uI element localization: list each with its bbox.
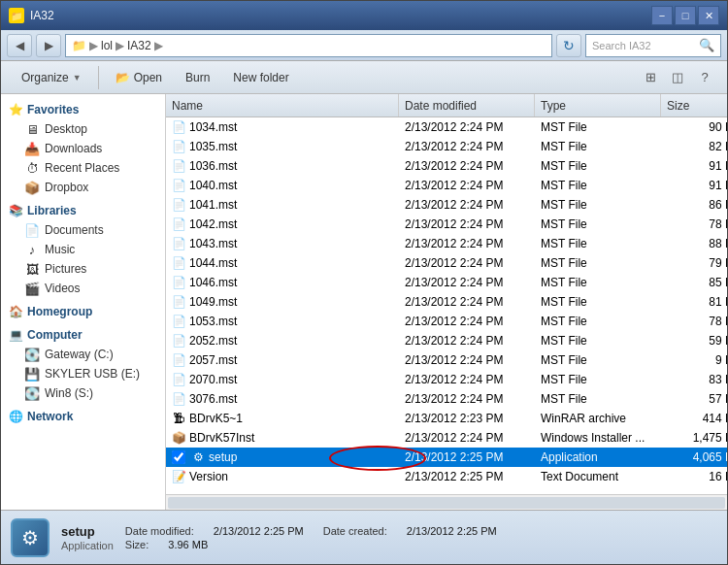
file-row-wrapper: 📝Version2/13/2012 2:25 PMText Document16… <box>166 467 727 486</box>
sidebar-item-documents[interactable]: 📄 Documents <box>1 220 165 240</box>
search-icon[interactable]: 🔍 <box>699 38 714 52</box>
file-row-wrapper: 📄1043.mst2/13/2012 2:24 PMMST File88 K <box>166 234 727 253</box>
file-type-cell: MST File <box>535 353 661 367</box>
table-row[interactable]: 📝Version2/13/2012 2:25 PMText Document16… <box>166 467 727 486</box>
table-row[interactable]: 📄1040.mst2/13/2012 2:24 PMMST File91 K <box>166 176 727 195</box>
file-type-cell: Windows Installer ... <box>535 431 661 445</box>
refresh-button[interactable]: ↻ <box>556 34 581 57</box>
file-type-cell: MST File <box>535 179 661 192</box>
dropbox-label: Dropbox <box>45 181 88 194</box>
col-name[interactable]: Name <box>166 94 399 116</box>
sidebar-item-win8[interactable]: 💽 Win8 (S:) <box>1 383 165 403</box>
network-header[interactable]: 🌐 Network <box>1 407 165 426</box>
file-size-cell: 16 K <box>661 470 727 483</box>
h-scroll-thumb[interactable] <box>168 497 725 509</box>
sidebar-item-dropbox[interactable]: 📦 Dropbox <box>1 178 165 197</box>
table-row[interactable]: 📄1041.mst2/13/2012 2:24 PMMST File86 K <box>166 195 727 215</box>
file-size-cell: 83 K <box>661 373 727 386</box>
file-size-cell: 86 K <box>661 198 727 212</box>
music-label: Music <box>45 243 75 256</box>
size-label: Size: <box>125 539 149 550</box>
table-row[interactable]: ⚙setup2/13/2012 2:25 PMApplication4,065 … <box>166 448 727 467</box>
file-name: 1041.mst <box>189 198 237 212</box>
sidebar-item-music[interactable]: ♪ Music <box>1 240 165 259</box>
horizontal-scrollbar[interactable] <box>166 494 727 510</box>
minimize-button[interactable]: − <box>651 6 673 25</box>
file-name-cell: 📄1053.mst <box>166 315 399 328</box>
table-row[interactable]: 📄1044.mst2/13/2012 2:24 PMMST File79 K <box>166 253 727 273</box>
sidebar-item-recent-places[interactable]: ⏱ Recent Places <box>1 158 165 178</box>
sidebar-item-videos[interactable]: 🎬 Videos <box>1 279 165 298</box>
usb-label: SKYLER USB (E:) <box>45 367 140 381</box>
table-row[interactable]: 📄1036.mst2/13/2012 2:24 PMMST File91 K <box>166 156 727 176</box>
title-bar: 📁 IA32 − □ ✕ <box>1 1 727 30</box>
libraries-header[interactable]: 📚 Libraries <box>1 201 165 220</box>
table-row[interactable]: 📄1053.mst2/13/2012 2:24 PMMST File78 K <box>166 312 727 331</box>
maximize-button[interactable]: □ <box>675 6 696 25</box>
table-row[interactable]: 📄1035.mst2/13/2012 2:24 PMMST File82 K <box>166 137 727 156</box>
sidebar-item-usb[interactable]: 💾 SKYLER USB (E:) <box>1 364 165 383</box>
table-row[interactable]: 📄2057.mst2/13/2012 2:24 PMMST File9 K <box>166 350 727 370</box>
file-name-cell: 📄1034.mst <box>166 120 399 134</box>
computer-header[interactable]: 💻 Computer <box>1 325 165 345</box>
table-row[interactable]: 📄1049.mst2/13/2012 2:24 PMMST File81 K <box>166 292 727 312</box>
status-filename: setup <box>61 524 114 539</box>
file-name: 1042.mst <box>189 217 237 231</box>
file-name: 2057.mst <box>189 353 237 367</box>
libraries-icon: 📚 <box>9 204 23 217</box>
sidebar-item-pictures[interactable]: 🖼 Pictures <box>1 259 165 279</box>
sidebar-item-downloads[interactable]: 📥 Downloads <box>1 139 165 158</box>
dropbox-icon: 📦 <box>24 180 40 195</box>
back-button[interactable]: ◀ <box>7 34 32 57</box>
downloads-icon: 📥 <box>24 141 40 156</box>
file-type-cell: Text Document <box>535 470 661 483</box>
file-size-cell: 78 K <box>661 217 727 231</box>
main-area: ⭐ Favorites 🖥 Desktop 📥 Downloads ⏱ Rece… <box>1 94 727 510</box>
burn-button[interactable]: Burn <box>175 64 220 91</box>
table-row[interactable]: 📄2052.mst2/13/2012 2:24 PMMST File59 K <box>166 331 727 350</box>
close-button[interactable]: ✕ <box>698 6 719 25</box>
col-date-modified[interactable]: Date modified <box>399 94 535 116</box>
file-type-icon: 📦 <box>172 431 185 445</box>
sidebar-item-desktop[interactable]: 🖥 Desktop <box>1 119 165 139</box>
path-ia32[interactable]: IA32 <box>127 39 151 52</box>
view-list-button[interactable]: ⊞ <box>638 65 663 90</box>
table-row[interactable]: 📄1042.mst2/13/2012 2:24 PMMST File78 K <box>166 215 727 234</box>
file-name: setup <box>209 450 237 464</box>
file-size-cell: 57 K <box>661 392 727 406</box>
table-row[interactable]: 📄2070.mst2/13/2012 2:24 PMMST File83 K <box>166 370 727 389</box>
file-name: 2070.mst <box>189 373 237 386</box>
organize-button[interactable]: Organize ▼ <box>11 64 92 91</box>
table-row[interactable]: 📄3076.mst2/13/2012 2:24 PMMST File57 K <box>166 389 727 409</box>
file-type-icon: 📄 <box>172 179 185 192</box>
sidebar-item-gateway[interactable]: 💽 Gateway (C:) <box>1 345 165 364</box>
path-separator-3: ▶ <box>154 39 163 52</box>
new-folder-button[interactable]: New folder <box>222 64 299 91</box>
col-size[interactable]: Size <box>661 94 727 116</box>
organize-label: Organize <box>21 71 69 84</box>
open-button[interactable]: 📂 Open <box>105 64 173 91</box>
file-row-wrapper: 📄2052.mst2/13/2012 2:24 PMMST File59 K <box>166 331 727 350</box>
help-button[interactable]: ? <box>692 65 717 90</box>
table-row[interactable]: 📄1046.mst2/13/2012 2:24 PMMST File85 K <box>166 273 727 292</box>
path-lol[interactable]: lol <box>101 39 113 52</box>
table-row[interactable]: 📄1034.mst2/13/2012 2:24 PMMST File90 K <box>166 117 727 137</box>
table-row[interactable]: 📦BDrvK57Inst2/13/2012 2:24 PMWindows Ins… <box>166 428 727 448</box>
file-size-cell: 90 K <box>661 120 727 134</box>
address-path[interactable]: 📁 ▶ lol ▶ IA32 ▶ <box>65 34 552 57</box>
favorites-header[interactable]: ⭐ Favorites <box>1 100 165 119</box>
breadcrumb-icon: 📁 <box>72 39 86 52</box>
file-checkbox[interactable] <box>172 450 185 464</box>
file-date-cell: 2/13/2012 2:24 PM <box>399 392 535 406</box>
forward-button[interactable]: ▶ <box>36 34 61 57</box>
file-name-cell: 📄1040.mst <box>166 179 399 192</box>
homegroup-header[interactable]: 🏠 Homegroup <box>1 302 165 321</box>
search-box[interactable]: Search IA32 🔍 <box>585 34 721 57</box>
view-preview-button[interactable]: ◫ <box>665 65 690 90</box>
col-type[interactable]: Type <box>535 94 661 116</box>
table-row[interactable]: 🗜BDrvK5~12/13/2012 2:23 PMWinRAR archive… <box>166 409 727 428</box>
file-name-cell: 📦BDrvK57Inst <box>166 431 399 445</box>
burn-label: Burn <box>185 71 210 84</box>
table-row[interactable]: 📄1043.mst2/13/2012 2:24 PMMST File88 K <box>166 234 727 253</box>
file-row-wrapper: 📄1034.mst2/13/2012 2:24 PMMST File90 K <box>166 117 727 137</box>
